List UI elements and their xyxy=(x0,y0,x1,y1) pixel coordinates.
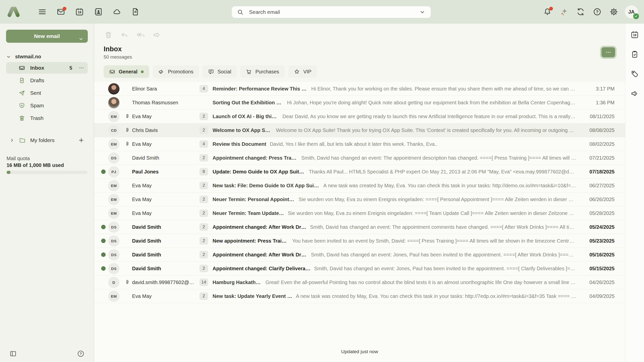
email-row[interactable]: PJ Paul Jones 8 Update: Demo Guide to OX… xyxy=(94,165,625,179)
email-row[interactable]: EM Eva May 2 Neuer Termin: Team Update C… xyxy=(94,206,625,220)
email-preview: Hi Elinor, Thank you for working on the … xyxy=(311,86,576,92)
documents-app-button[interactable] xyxy=(130,6,141,17)
contacts-icon xyxy=(94,8,102,16)
new-email-button[interactable]: New email xyxy=(6,30,88,43)
ai-assistant-button[interactable] xyxy=(558,6,570,17)
tab-vip[interactable]: VIP xyxy=(288,65,317,78)
email-preview: Smith, David has changed an event: The a… xyxy=(310,224,576,230)
email-preview: Dear David, As you know we are getting r… xyxy=(283,114,576,119)
tab-social[interactable]: Social xyxy=(203,65,237,78)
forward-button[interactable] xyxy=(152,30,162,40)
reply-all-button[interactable] xyxy=(136,30,145,40)
sidebar-item-trash[interactable]: Trash xyxy=(6,112,88,124)
add-folder-button[interactable] xyxy=(78,137,84,143)
email-row[interactable]: DS David Smith 2 Appointment changed: Cl… xyxy=(94,262,625,276)
tags-panel-button[interactable] xyxy=(629,68,640,79)
email-preview: Smith, David has changed an event: Jones… xyxy=(311,252,576,258)
email-date: 3:17 PM xyxy=(576,86,615,92)
sidebar-item-sent[interactable]: Sent xyxy=(6,87,88,99)
reply-button[interactable] xyxy=(120,30,129,40)
tab-purchases[interactable]: Purchases xyxy=(240,65,285,78)
trash-icon xyxy=(104,31,112,39)
account-tree-toggle[interactable]: stwmail.no xyxy=(6,54,88,60)
email-row[interactable]: DS David Smith 2 New appointment: Press … xyxy=(94,234,625,248)
email-preview: Sie wurden von May, Eva zu einem Ereigni… xyxy=(299,197,576,202)
email-row[interactable]: DS David Smith 2 Appointment changed: Af… xyxy=(94,248,625,262)
delete-button[interactable] xyxy=(104,30,113,40)
mail-app-button[interactable] xyxy=(55,6,66,17)
email-row[interactable]: Elinor Sara 4 Reminder: Performance Revi… xyxy=(94,82,625,96)
list-more-options-button[interactable] xyxy=(601,47,615,57)
email-row[interactable]: EM Eva May 2 Neuer Termin: Personal Appo… xyxy=(94,193,625,206)
search-options-chevron-icon[interactable] xyxy=(419,9,426,15)
email-subject: Sorting Out the Exhibition Gear xyxy=(213,100,284,106)
email-row[interactable]: Thomas Rasmussen Sorting Out the Exhibit… xyxy=(94,96,625,110)
email-row[interactable]: CD Chris Davis 2 Welcome to OX App Suite… xyxy=(94,123,625,137)
folder-label: Inbox xyxy=(30,65,69,71)
sidebar-item-spam[interactable]: Spam xyxy=(6,100,88,111)
calendar-icon: 19 xyxy=(75,8,84,16)
email-preview: Smith, David has changed an event: Jones… xyxy=(314,266,576,272)
email-row[interactable]: EM Eva May 2 New task: File: Demo Guide … xyxy=(94,179,625,193)
main-menu-button[interactable] xyxy=(37,6,48,17)
list-toolbar xyxy=(94,24,625,42)
folder-label: Drafts xyxy=(30,77,84,83)
mail-notification-dot xyxy=(63,7,66,11)
tasks-panel-button[interactable] xyxy=(629,49,640,60)
account-avatar[interactable]: JA xyxy=(625,5,638,18)
email-row[interactable]: DS David Smith 2 Appointment changed: Af… xyxy=(94,220,625,234)
sender-name: Eva May xyxy=(132,210,199,216)
svg-text:?: ? xyxy=(80,352,82,356)
email-subject: New task: Update Yearly Event Plan xyxy=(213,293,292,299)
contacts-app-button[interactable] xyxy=(93,6,104,17)
email-preview: Great! Even the all-powerful Pointing ha… xyxy=(265,280,576,285)
sender-name: Thomas Rasmussen xyxy=(132,100,199,106)
email-date: 05/28/2025 xyxy=(576,210,615,216)
drive-app-button[interactable] xyxy=(111,6,122,17)
svg-text:19: 19 xyxy=(633,33,636,37)
help-icon: ? xyxy=(77,350,85,357)
search-input[interactable] xyxy=(249,9,419,15)
thread-count-badge: 2 xyxy=(199,113,208,120)
sidebar-item-my-folders[interactable]: My folders xyxy=(6,134,88,146)
top-bar: 19 ? JA xyxy=(0,0,644,24)
thread-count-badge: 2 xyxy=(199,209,208,217)
tab-general[interactable]: General xyxy=(104,65,149,78)
announcements-panel-button[interactable] xyxy=(629,88,640,99)
search-bar[interactable] xyxy=(232,6,431,18)
email-row[interactable]: EM Eva May 2 Launch of OX AI - Big thing… xyxy=(94,110,625,123)
email-row[interactable]: D david.smith.999877602@… 14 Hamburg Hac… xyxy=(94,276,625,289)
toggle-sidebar-button[interactable] xyxy=(8,348,19,359)
sidebar-help-button[interactable]: ? xyxy=(75,348,86,359)
calendar-app-button[interactable]: 19 xyxy=(74,6,85,17)
email-subject: Review this Document xyxy=(213,141,266,147)
email-preview: A new task was created by May, Eva. You … xyxy=(296,293,576,299)
mail-quota: Mail quota 16 MB of 1,000 MB used xyxy=(7,156,87,174)
notifications-button[interactable] xyxy=(542,6,553,17)
sender-name: Eva May xyxy=(132,114,199,119)
avatar: EM xyxy=(108,194,119,205)
thread-count-badge: 2 xyxy=(199,265,208,272)
folder-options-icon[interactable] xyxy=(79,65,84,71)
settings-button[interactable] xyxy=(608,6,619,17)
email-row[interactable]: EM Eva May 2 New task: Update Yearly Eve… xyxy=(94,289,625,303)
email-date: 06/27/2025 xyxy=(576,183,615,189)
sender-name: David Smith xyxy=(132,266,199,272)
app-logo[interactable] xyxy=(7,6,20,18)
avatar: DS xyxy=(108,263,119,274)
email-row[interactable]: EM Eva May 4 Review this Document David,… xyxy=(94,137,625,151)
tab-promotions[interactable]: Promotions xyxy=(153,65,199,78)
email-row[interactable]: DS David Smith 2 Appointment changed: Pr… xyxy=(94,151,625,165)
mini-calendar-button[interactable]: 19 xyxy=(629,29,640,40)
email-list: Elinor Sara 4 Reminder: Performance Revi… xyxy=(94,82,625,343)
spam-icon xyxy=(19,102,25,109)
avatar: DS xyxy=(108,235,119,247)
sidebar-item-drafts[interactable]: Drafts xyxy=(6,75,88,86)
tab-label: VIP xyxy=(303,69,311,75)
email-preview: Hi Johan, Hope you're doing alright! Qui… xyxy=(287,100,576,106)
help-button[interactable]: ? xyxy=(592,6,603,17)
thread-count-badge: 4 xyxy=(199,140,208,148)
sidebar-item-inbox[interactable]: Inbox 5 xyxy=(6,62,88,74)
refresh-button[interactable] xyxy=(575,6,586,17)
sender-name: David Smith xyxy=(132,155,199,161)
